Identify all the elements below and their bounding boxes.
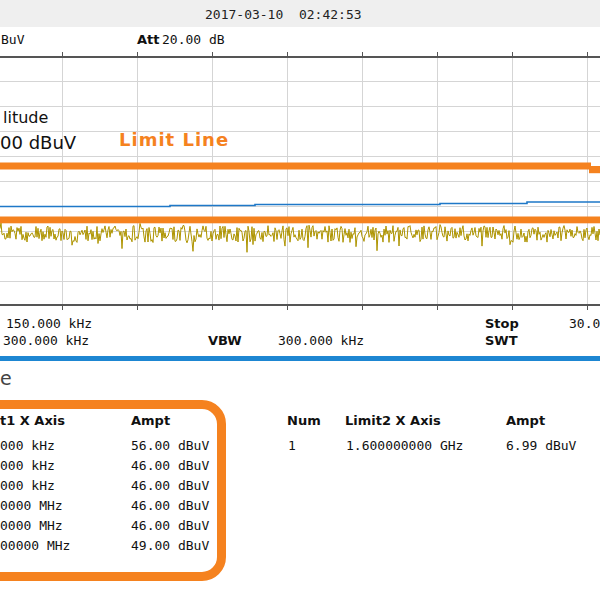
- limit1-row-x: 00000 MHz: [0, 539, 70, 552]
- grid-vline: [437, 58, 438, 304]
- grid-vline: [137, 58, 138, 304]
- grid-tick-bottom: [587, 306, 588, 310]
- limit2-row-num: 1: [288, 439, 296, 452]
- limit-line-upper-step: [589, 166, 600, 173]
- limit-line-lower: [0, 217, 600, 224]
- grid-vline: [362, 58, 363, 304]
- limit1-row-ampt: 46.00 dBuV: [131, 479, 209, 492]
- grid-hline: [0, 231, 600, 232]
- grid-hline: [0, 206, 600, 207]
- grid-tick-bottom: [287, 306, 288, 310]
- limit1-row-x: 000 kHz: [0, 459, 55, 472]
- ref-level-value-fragment: 00 dBuV: [0, 134, 76, 152]
- trace-yellow-noise: [0, 223, 600, 253]
- limit1-row-ampt: 49.00 dBuV: [131, 539, 209, 552]
- row2-left-value-fragment: 300.000 kHz: [3, 334, 89, 347]
- att-label: Att: [137, 33, 160, 46]
- grid-top-border: [0, 56, 600, 58]
- grid-tick-bottom: [62, 306, 63, 310]
- grid-tick-bottom: [137, 306, 138, 310]
- limit2-row-x: 1.600000000 GHz: [346, 439, 463, 452]
- limit2-header-ampt: Ampt: [506, 414, 545, 427]
- grid-vline: [62, 58, 63, 304]
- limit1-row-x: 000 kHz: [0, 479, 55, 492]
- ref-level-unit-fragment: BuV: [1, 33, 24, 46]
- grid-bottom-border: [0, 304, 600, 306]
- grid-vline: [287, 58, 288, 304]
- limit-line-upper: [0, 163, 591, 170]
- grid-hline: [0, 131, 600, 132]
- grid-vline: [587, 58, 588, 304]
- grid-tick-bottom: [512, 306, 513, 310]
- limit1-header-x-axis: t1 X Axis: [0, 414, 65, 427]
- datetime-text: 2017-03-10 02:42:53: [205, 8, 362, 21]
- stop-value-fragment: 30.00: [569, 317, 600, 330]
- cropped-text-fragment: e: [0, 369, 12, 388]
- limit1-row-x: 0000 MHz: [0, 519, 63, 532]
- limit1-row-ampt: 56.00 dBuV: [131, 439, 209, 452]
- grid-tick-bottom: [437, 306, 438, 310]
- grid-hline: [0, 256, 600, 257]
- limit-line-callout: Limit Line: [119, 131, 229, 149]
- grid-hline: [0, 156, 600, 157]
- grid-tick-bottom: [212, 306, 213, 310]
- stop-label: Stop: [485, 317, 519, 330]
- rbw-value-fragment: 150.000 kHz: [6, 317, 92, 330]
- grid-tick-bottom: [362, 306, 363, 310]
- grid-hline: [0, 281, 600, 282]
- datetime-bar: 2017-03-10 02:42:53: [0, 0, 600, 27]
- vbw-value: 300.000 kHz: [278, 334, 364, 347]
- grid-vline: [512, 58, 513, 304]
- limit1-row-ampt: 46.00 dBuV: [131, 459, 209, 472]
- grid-hline: [0, 106, 600, 107]
- limit1-row-x: 0000 MHz: [0, 499, 63, 512]
- blue-divider-bar: [0, 356, 600, 361]
- limit1-row-x: 000 kHz: [0, 439, 55, 452]
- grid-hline: [0, 181, 600, 182]
- spectrum-analyzer-screenshot: 2017-03-10 02:42:53 BuV Att 20.00 dB lit…: [0, 0, 600, 600]
- grid-hline: [0, 81, 600, 82]
- limit1-row-ampt: 46.00 dBuV: [131, 499, 209, 512]
- grid-vline: [212, 58, 213, 304]
- limit2-header-x-axis: Limit2 X Axis: [345, 414, 441, 427]
- swt-label: SWT: [485, 334, 518, 347]
- limit1-row-ampt: 46.00 dBuV: [131, 519, 209, 532]
- att-value: 20.00 dB: [162, 33, 225, 46]
- amplitude-label-fragment: litude: [3, 110, 48, 126]
- limit1-header-ampt: Ampt: [131, 414, 170, 427]
- limit2-row-ampt: 6.99 dBuV: [506, 439, 576, 452]
- vbw-label: VBW: [208, 334, 242, 347]
- limit2-header-num: Num: [287, 414, 321, 427]
